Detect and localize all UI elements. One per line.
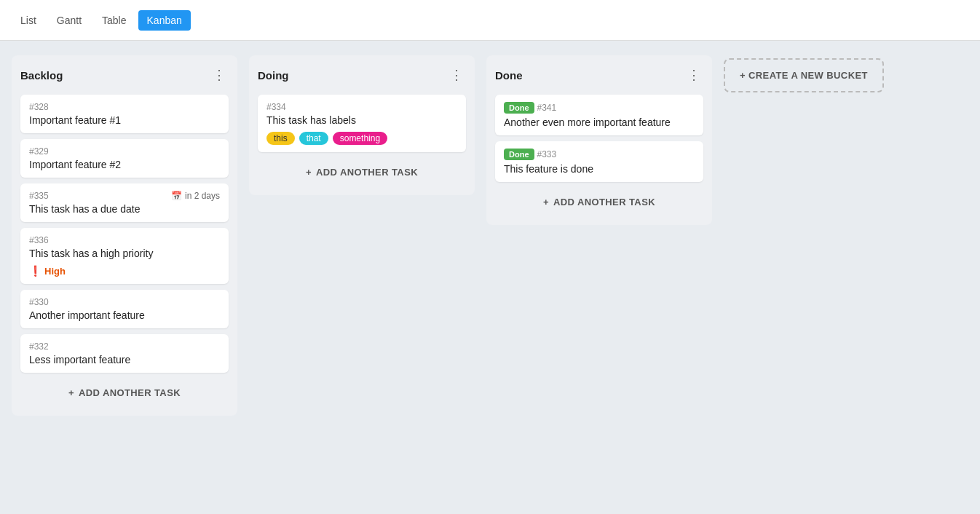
- column-backlog-header: Backlog ⋮: [20, 64, 229, 89]
- tab-gantt[interactable]: Gantt: [48, 10, 90, 31]
- column-doing-title: Doing: [258, 69, 289, 82]
- card-330[interactable]: #330 Another important feature: [20, 290, 229, 328]
- label-that: that: [299, 132, 328, 145]
- card-334-title: This task has labels: [266, 114, 457, 126]
- card-328-id: #328: [29, 102, 220, 112]
- column-backlog: Backlog ⋮ #328 Important feature #1 #329…: [12, 55, 237, 416]
- column-doing: Doing ⋮ #334 This task has labels this t…: [249, 55, 475, 195]
- card-334[interactable]: #334 This task has labels this that some…: [258, 95, 466, 152]
- card-335[interactable]: #335 📅 in 2 days This task has a due dat…: [20, 183, 229, 222]
- card-330-id: #330: [29, 297, 220, 307]
- tab-table[interactable]: Table: [93, 10, 135, 31]
- column-doing-menu-icon[interactable]: ⋮: [447, 67, 466, 83]
- card-328-title: Important feature #1: [29, 114, 220, 126]
- backlog-add-task-button[interactable]: + ADD ANOTHER TASK: [20, 379, 229, 407]
- card-333-title: This feature is done: [504, 163, 695, 175]
- plus-icon: +: [68, 387, 74, 398]
- card-335-id: #335 📅 in 2 days: [29, 191, 220, 201]
- kanban-board: Backlog ⋮ #328 Important feature #1 #329…: [0, 41, 980, 514]
- card-333-id: Done #333: [504, 149, 695, 160]
- column-done-menu-icon[interactable]: ⋮: [684, 67, 703, 83]
- tab-kanban[interactable]: Kanban: [138, 10, 191, 31]
- column-doing-header: Doing ⋮: [258, 64, 466, 89]
- create-new-bucket-button[interactable]: + CREATE A NEW BUCKET: [724, 58, 884, 92]
- card-332-title: Less important feature: [29, 354, 220, 365]
- card-341-id: Done #341: [504, 102, 695, 114]
- card-341[interactable]: Done #341 Another even more important fe…: [495, 95, 703, 135]
- card-329-id: #329: [29, 146, 220, 157]
- doing-add-task-button[interactable]: + ADD ANOTHER TASK: [258, 158, 466, 186]
- new-bucket-area: + CREATE A NEW BUCKET: [724, 55, 884, 92]
- plus-icon: +: [306, 167, 312, 178]
- column-backlog-menu-icon[interactable]: ⋮: [210, 67, 229, 83]
- column-done-title: Done: [495, 69, 523, 82]
- card-328[interactable]: #328 Important feature #1: [20, 95, 229, 133]
- priority-icon: ❗: [29, 265, 42, 277]
- done-add-task-button[interactable]: + ADD ANOTHER TASK: [495, 188, 703, 216]
- label-this: this: [266, 132, 295, 145]
- done-badge-333: Done: [504, 149, 534, 160]
- done-badge-341: Done: [504, 102, 534, 114]
- card-336-id: #336: [29, 235, 220, 245]
- calendar-icon: 📅: [171, 191, 182, 201]
- column-backlog-title: Backlog: [20, 69, 63, 82]
- card-334-id: #334: [266, 102, 457, 112]
- card-333[interactable]: Done #333 This feature is done: [495, 141, 703, 182]
- card-336[interactable]: #336 This task has a high priority ❗ Hig…: [20, 228, 229, 284]
- label-something: something: [333, 132, 387, 145]
- card-336-title: This task has a high priority: [29, 248, 220, 259]
- card-332[interactable]: #332 Less important feature: [20, 334, 229, 373]
- card-336-priority: ❗ High: [29, 265, 66, 277]
- card-329[interactable]: #329 Important feature #2: [20, 139, 229, 178]
- card-332-id: #332: [29, 341, 220, 352]
- plus-icon: +: [543, 197, 549, 207]
- card-335-title: This task has a due date: [29, 203, 220, 215]
- column-done: Done ⋮ Done #341 Another even more impor…: [486, 55, 712, 225]
- card-341-title: Another even more important feature: [504, 116, 695, 128]
- tab-list[interactable]: List: [12, 10, 45, 31]
- top-nav: List Gantt Table Kanban: [0, 0, 980, 41]
- card-335-due: 📅 in 2 days: [171, 191, 220, 201]
- column-done-header: Done ⋮: [495, 64, 703, 89]
- card-329-title: Important feature #2: [29, 159, 220, 170]
- card-330-title: Another important feature: [29, 309, 220, 321]
- card-334-labels: this that something: [266, 132, 457, 145]
